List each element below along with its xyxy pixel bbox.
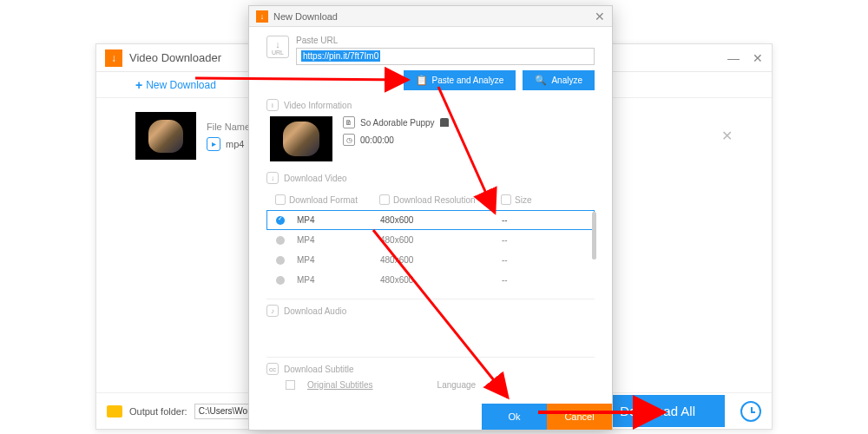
plus-icon: +	[135, 78, 142, 92]
subtitle-icon: cc	[266, 363, 279, 375]
download-audio-header: ♪ Download Audio	[266, 305, 595, 317]
url-value: https://pin.it/7ft7Im0	[301, 50, 380, 62]
info-icon: i	[266, 99, 279, 111]
language-label: Language	[437, 380, 477, 390]
output-folder-label: Output folder:	[129, 406, 187, 417]
resolution-icon	[379, 194, 390, 205]
folder-icon[interactable]	[107, 405, 122, 418]
format-row[interactable]: MP4480x600--	[266, 210, 595, 230]
scrollbar[interactable]	[592, 212, 596, 260]
dialog-title: New Download	[273, 11, 595, 22]
format-icon: ▸	[207, 137, 220, 151]
video-thumbnail[interactable]	[135, 112, 196, 160]
url-icon: URL	[266, 36, 289, 58]
analyze-button[interactable]: 🔍Analyze	[523, 70, 595, 90]
dialog-titlebar: ↓ New Download ✕	[249, 6, 612, 27]
dialog-close-button[interactable]: ✕	[595, 10, 605, 23]
download-subtitle-header: cc Download Subtitle	[266, 363, 595, 375]
file-info: File Name: ▸ mp4	[207, 122, 253, 151]
original-subtitles-label: Original Subtitles	[307, 380, 373, 390]
filename-label: File Name:	[207, 122, 253, 132]
file-icon: 🗎	[343, 116, 355, 128]
dialog-body: URL Paste URL https://pin.it/7ft7Im0 📋Pa…	[249, 27, 612, 404]
dialog-footer: Ok Cancel	[249, 404, 612, 430]
paste-analyze-button[interactable]: 📋Paste and Analyze	[404, 70, 516, 90]
format-row[interactable]: MP4480x600--	[266, 250, 595, 270]
subtitle-options: Original Subtitles Language	[266, 380, 595, 390]
ok-button[interactable]: Ok	[482, 404, 547, 430]
new-download-button[interactable]: + New Download	[135, 78, 216, 92]
radio-icon	[276, 276, 285, 285]
divider	[266, 299, 595, 299]
format-value: mp4	[226, 139, 244, 149]
url-input[interactable]: https://pin.it/7ft7Im0	[296, 48, 595, 65]
format-icon	[275, 194, 286, 205]
format-row[interactable]: MP4480x600--	[266, 270, 595, 290]
video-info-header: i Video Information	[266, 99, 595, 111]
divider	[266, 357, 595, 358]
new-download-dialog: ↓ New Download ✕ URL Paste URL https://p…	[248, 5, 613, 431]
radio-icon	[276, 236, 285, 245]
minimize-button[interactable]: —	[727, 51, 740, 65]
new-download-label: New Download	[146, 79, 216, 91]
video-info: 🗎So Adorable Puppy ◷00:00:00	[266, 116, 595, 161]
clock-icon: ◷	[343, 134, 355, 146]
close-button[interactable]: ✕	[753, 51, 763, 65]
video-title: So Adorable Puppy	[360, 118, 435, 128]
analyze-buttons: 📋Paste and Analyze 🔍Analyze	[266, 70, 595, 90]
format-table-header: Download Format Download Resolution Size	[266, 189, 595, 210]
format-row[interactable]: MP4480x600--	[266, 230, 595, 250]
app-logo-icon: ↓	[105, 49, 122, 67]
schedule-icon[interactable]	[740, 401, 761, 422]
video-meta: 🗎So Adorable Puppy ◷00:00:00	[343, 116, 449, 161]
lock-icon	[440, 118, 449, 127]
radio-icon	[276, 216, 285, 225]
size-icon	[501, 194, 511, 205]
original-subtitles-checkbox[interactable]	[286, 380, 295, 390]
url-section: URL Paste URL https://pin.it/7ft7Im0	[266, 36, 595, 65]
radio-icon	[276, 256, 285, 265]
cancel-button[interactable]: Cancel	[547, 404, 612, 430]
remove-item-button[interactable]: ✕	[721, 128, 733, 144]
paste-url-label: Paste URL	[296, 36, 595, 45]
video-info-thumbnail	[270, 116, 332, 161]
window-controls: — ✕	[727, 51, 763, 65]
dialog-logo-icon: ↓	[256, 10, 268, 23]
format-list: MP4480x600-- MP4480x600-- MP4480x600-- M…	[266, 210, 595, 290]
video-duration: 00:00:00	[360, 135, 394, 145]
search-icon: 🔍	[535, 75, 547, 86]
download-video-icon: ↓	[266, 172, 279, 184]
download-video-header: ↓ Download Video	[266, 172, 595, 184]
paste-icon: 📋	[416, 75, 428, 86]
audio-icon: ♪	[266, 305, 279, 317]
